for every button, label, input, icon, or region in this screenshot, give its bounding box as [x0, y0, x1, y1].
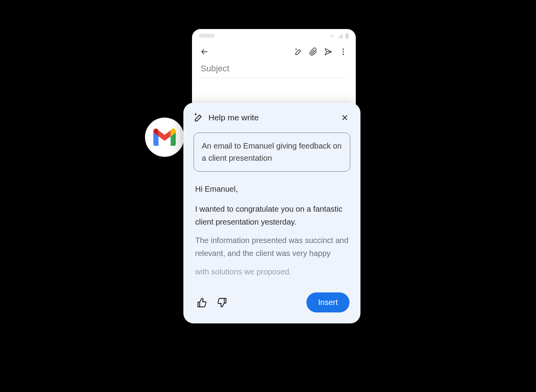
magic-write-button[interactable]	[293, 46, 304, 57]
panel-header: Help me write	[183, 112, 360, 130]
signal-icon	[337, 34, 343, 38]
arrow-left-icon	[200, 47, 209, 56]
more-vert-icon	[339, 47, 348, 56]
compose-toolbar	[192, 42, 356, 60]
battery-icon	[345, 33, 349, 38]
panel-title: Help me write	[208, 113, 259, 122]
magic-pen-icon	[294, 47, 303, 56]
generated-line: with solutions we proposed.	[195, 265, 349, 278]
status-icons	[329, 33, 349, 38]
generated-line: I wanted to congratulate you on a fantas…	[195, 203, 349, 229]
paperclip-icon	[309, 47, 318, 56]
panel-footer: Insert	[183, 285, 360, 315]
svg-point-2	[342, 54, 344, 55]
send-button[interactable]	[323, 46, 334, 57]
close-icon	[341, 114, 349, 122]
compose-window	[192, 29, 356, 107]
status-bar	[192, 29, 356, 42]
thumbs-down-button[interactable]	[217, 298, 227, 308]
status-pill	[199, 34, 215, 38]
subject-row	[201, 64, 347, 78]
help-me-write-panel: Help me write An email to Emanuel giving…	[183, 103, 360, 323]
attach-button[interactable]	[308, 46, 319, 57]
thumbs-up-button[interactable]	[197, 298, 207, 308]
gmail-icon	[153, 129, 176, 146]
back-button[interactable]	[199, 46, 210, 57]
generated-greeting: Hi Emanuel,	[195, 183, 349, 196]
generated-line: The information presented was succinct a…	[195, 234, 349, 260]
svg-point-1	[342, 51, 344, 53]
wifi-icon	[329, 34, 335, 38]
svg-point-0	[342, 49, 344, 50]
generated-body: Hi Emanuel, I wanted to congratulate you…	[183, 180, 360, 285]
send-icon	[324, 47, 333, 56]
subject-input[interactable]	[201, 64, 347, 74]
close-button[interactable]	[339, 112, 350, 123]
magic-pen-icon	[194, 113, 204, 123]
prompt-input[interactable]: An email to Emanuel giving feedback on a…	[194, 132, 350, 172]
insert-button[interactable]: Insert	[306, 292, 349, 312]
gmail-badge	[145, 118, 184, 157]
more-button[interactable]	[338, 46, 349, 57]
